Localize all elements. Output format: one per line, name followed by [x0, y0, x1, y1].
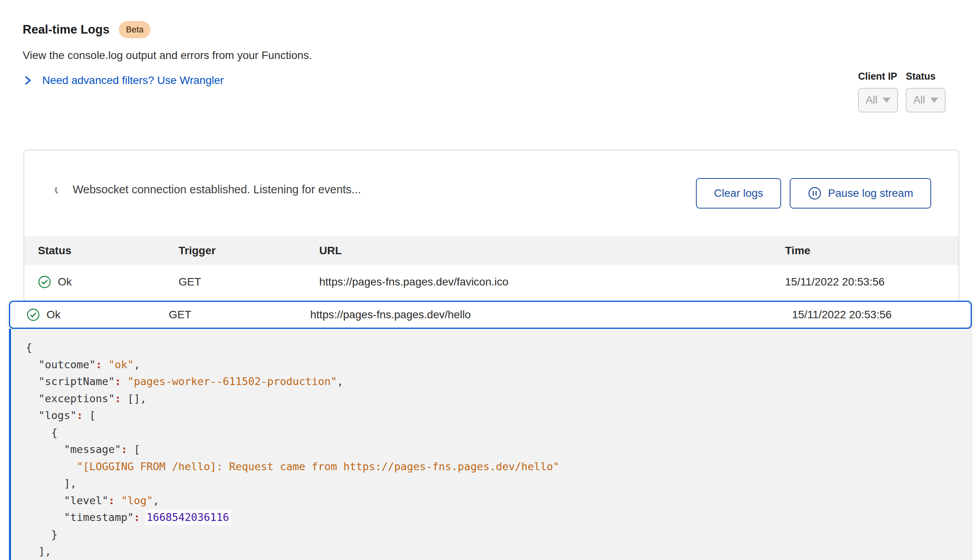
selected-log-row[interactable]: Ok GET https://pages-fns.pages.dev/hello…	[9, 301, 972, 329]
client-ip-filter-dropdown[interactable]: All	[858, 88, 898, 112]
wrangler-link-label: Need advanced filters? Use Wrangler	[42, 74, 224, 87]
column-trigger: Trigger	[179, 244, 319, 257]
time-cell: 15/11/2022 20:53:56	[785, 276, 959, 288]
dropdown-caret-icon	[930, 98, 938, 103]
column-url: URL	[319, 244, 785, 257]
time-cell: 15/11/2022 20:53:56	[792, 309, 971, 321]
column-status: Status	[38, 244, 179, 257]
chevron-right-icon	[24, 75, 32, 86]
selected-log-entry: Ok GET https://pages-fns.pages.dev/hello…	[9, 301, 972, 560]
pause-icon	[808, 186, 822, 200]
spinner-icon	[55, 185, 65, 195]
page-title: Real-time Logs	[23, 23, 109, 37]
page-description: View the console.log output and errors f…	[23, 49, 312, 62]
log-filters: Client IP All Status All	[858, 71, 946, 112]
check-circle-icon	[27, 308, 40, 321]
toolbar-buttons: Clear logs Pause log stream	[696, 178, 931, 209]
page-header: Real-time Logs Beta	[23, 21, 150, 38]
realtime-logs-page: Real-time Logs Beta View the console.log…	[0, 0, 980, 560]
status-filter: Status All	[906, 71, 946, 112]
status-label: Ok	[58, 276, 72, 288]
trigger-cell: GET	[169, 309, 310, 321]
logs-panel: Websocket connection established. Listen…	[23, 150, 959, 302]
status-label: Ok	[46, 309, 61, 321]
client-ip-label: Client IP	[858, 71, 898, 82]
status-cell: Ok	[27, 308, 169, 321]
dropdown-caret-icon	[883, 98, 891, 103]
client-ip-filter-value: All	[866, 94, 877, 106]
log-row[interactable]: Ok GET https://pages-fns.pages.dev/favic…	[24, 265, 959, 299]
logs-table-header: Status Trigger URL Time	[24, 236, 959, 265]
column-time: Time	[785, 244, 959, 257]
status-filter-label: Status	[906, 71, 946, 82]
url-cell: https://pages-fns.pages.dev/favicon.ico	[319, 276, 785, 288]
websocket-status: Websocket connection established. Listen…	[55, 183, 361, 196]
status-filter-value: All	[913, 94, 925, 106]
websocket-status-text: Websocket connection established. Listen…	[73, 183, 361, 196]
clear-logs-label: Clear logs	[714, 187, 763, 200]
check-circle-icon	[38, 275, 51, 289]
status-filter-dropdown[interactable]: All	[906, 88, 946, 112]
clear-logs-button[interactable]: Clear logs	[696, 178, 781, 209]
client-ip-filter: Client IP All	[858, 71, 898, 112]
wrangler-link[interactable]: Need advanced filters? Use Wrangler	[24, 74, 224, 87]
url-cell: https://pages-fns.pages.dev/hello	[310, 309, 792, 321]
beta-badge: Beta	[119, 21, 150, 38]
status-cell: Ok	[38, 275, 179, 289]
trigger-cell: GET	[179, 276, 319, 288]
log-detail-panel: { "outcome": "ok", "scriptName": "pages-…	[9, 329, 970, 560]
pause-log-stream-button[interactable]: Pause log stream	[790, 178, 931, 209]
json-code: { "outcome": "ok", "scriptName": "pages-…	[11, 329, 970, 560]
pause-log-stream-label: Pause log stream	[828, 187, 913, 200]
